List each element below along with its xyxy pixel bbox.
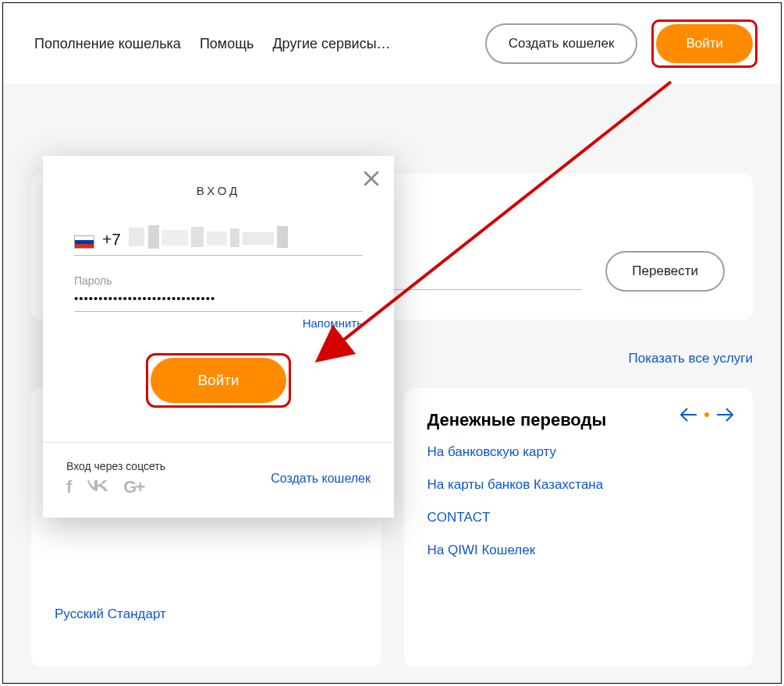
nav-help[interactable]: Помощь bbox=[200, 36, 254, 52]
service-link[interactable]: На карты банков Казахстана bbox=[427, 477, 730, 493]
service-link[interactable]: Русский Стандарт bbox=[55, 606, 357, 622]
service-link[interactable]: На банковскую карту bbox=[427, 444, 730, 460]
close-icon[interactable] bbox=[363, 170, 380, 190]
service-link[interactable]: CONTACT bbox=[427, 510, 730, 525]
social-login-label: Вход через соцсеть bbox=[66, 460, 165, 472]
password-label: Пароль bbox=[74, 274, 363, 287]
vk-icon[interactable] bbox=[86, 477, 109, 497]
password-field[interactable]: ••••••••••••••••••••••••••••• bbox=[74, 287, 363, 312]
modal-create-wallet-link[interactable]: Создать кошелек bbox=[271, 472, 371, 486]
login-modal: ВХОД +7 Пароль •••••••••••••••••••••••••… bbox=[43, 156, 394, 518]
money-transfers-card: Денежные переводы На банковскую карту На… bbox=[404, 388, 754, 667]
service-link[interactable]: На QIWI Кошелек bbox=[427, 543, 730, 558]
svg-point-0 bbox=[704, 412, 709, 417]
transfer-button[interactable]: Перевести bbox=[605, 251, 725, 292]
phone-redacted bbox=[129, 225, 363, 249]
google-plus-icon[interactable]: G+ bbox=[123, 477, 144, 497]
transfer-arrows-icon bbox=[679, 405, 734, 424]
login-submit-button[interactable]: Войти bbox=[151, 358, 286, 403]
facebook-icon[interactable]: f bbox=[66, 477, 72, 497]
header: Пополнение кошелька Помощь Другие сервис… bbox=[3, 3, 781, 84]
nav-other[interactable]: Другие сервисы… bbox=[272, 36, 390, 52]
phone-prefix: +7 bbox=[102, 230, 121, 249]
phone-field[interactable]: +7 bbox=[74, 225, 363, 256]
ru-flag-icon bbox=[74, 235, 94, 249]
reminder-link[interactable]: Напомнить bbox=[74, 316, 363, 330]
login-button[interactable]: Войти bbox=[656, 24, 753, 63]
modal-title: ВХОД bbox=[74, 184, 363, 197]
nav-topup[interactable]: Пополнение кошелька bbox=[34, 36, 181, 52]
create-wallet-button[interactable]: Создать кошелек bbox=[485, 23, 638, 64]
